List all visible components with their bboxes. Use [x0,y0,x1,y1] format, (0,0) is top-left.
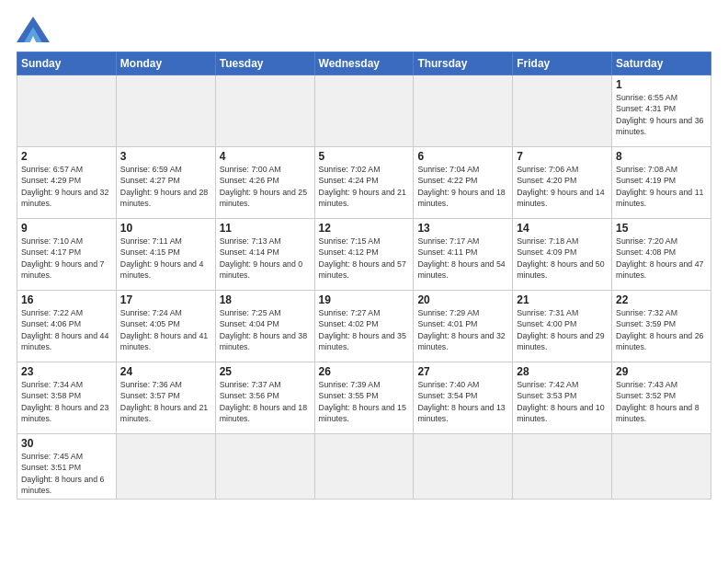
day-info: Sunrise: 7:24 AM Sunset: 4:05 PM Dayligh… [120,307,211,352]
generalblue-logo-icon [17,17,50,42]
header [17,17,711,42]
day-number: 19 [319,293,410,306]
calendar-day-cell: 21Sunrise: 7:31 AM Sunset: 4:00 PM Dayli… [513,291,612,362]
calendar-day-cell [513,434,612,500]
day-info: Sunrise: 7:15 AM Sunset: 4:12 PM Dayligh… [319,236,410,281]
day-number: 1 [616,78,707,91]
day-number: 23 [21,365,112,378]
day-number: 20 [417,293,508,306]
calendar-day-cell: 11Sunrise: 7:13 AM Sunset: 4:14 PM Dayli… [215,219,314,291]
calendar-day-cell: 16Sunrise: 7:22 AM Sunset: 4:06 PM Dayli… [17,291,117,362]
calendar-day-cell: 26Sunrise: 7:39 AM Sunset: 3:55 PM Dayli… [314,362,414,434]
calendar-day-cell [314,434,414,500]
day-info: Sunrise: 7:00 AM Sunset: 4:26 PM Dayligh… [220,164,311,209]
day-number: 8 [616,150,707,163]
calendar-header-wednesday: Wednesday [314,52,414,75]
day-info: Sunrise: 7:32 AM Sunset: 3:59 PM Dayligh… [616,307,707,352]
calendar-week-row: 9Sunrise: 7:10 AM Sunset: 4:17 PM Daylig… [17,219,711,291]
calendar-day-cell: 12Sunrise: 7:15 AM Sunset: 4:12 PM Dayli… [314,219,414,291]
day-number: 4 [220,150,311,163]
calendar-week-row: 2Sunrise: 6:57 AM Sunset: 4:29 PM Daylig… [17,147,711,219]
day-number: 27 [417,365,508,378]
day-number: 16 [21,293,112,306]
day-info: Sunrise: 7:42 AM Sunset: 3:53 PM Dayligh… [517,379,608,424]
day-number: 17 [120,293,211,306]
day-number: 12 [319,222,410,235]
day-info: Sunrise: 7:39 AM Sunset: 3:55 PM Dayligh… [319,379,410,424]
day-info: Sunrise: 7:04 AM Sunset: 4:22 PM Dayligh… [417,164,508,209]
calendar-day-cell: 7Sunrise: 7:06 AM Sunset: 4:20 PM Daylig… [513,147,612,219]
calendar-header-sunday: Sunday [17,52,117,75]
day-info: Sunrise: 7:37 AM Sunset: 3:56 PM Dayligh… [220,379,311,424]
calendar-day-cell: 15Sunrise: 7:20 AM Sunset: 4:08 PM Dayli… [612,219,711,291]
day-number: 10 [120,222,211,235]
calendar-day-cell [414,434,513,500]
calendar-week-row: 1Sunrise: 6:55 AM Sunset: 4:31 PM Daylig… [17,75,711,147]
calendar-day-cell [612,434,711,500]
calendar-day-cell [116,75,215,147]
day-info: Sunrise: 7:36 AM Sunset: 3:57 PM Dayligh… [120,379,211,424]
calendar-header-row: SundayMondayTuesdayWednesdayThursdayFrid… [17,52,711,75]
calendar-day-cell [215,434,314,500]
day-info: Sunrise: 6:57 AM Sunset: 4:29 PM Dayligh… [21,164,112,209]
calendar-header-monday: Monday [116,52,215,75]
day-info: Sunrise: 7:27 AM Sunset: 4:02 PM Dayligh… [319,307,410,352]
calendar-day-cell: 4Sunrise: 7:00 AM Sunset: 4:26 PM Daylig… [215,147,314,219]
day-number: 7 [517,150,608,163]
calendar-day-cell [215,75,314,147]
calendar-day-cell: 10Sunrise: 7:11 AM Sunset: 4:15 PM Dayli… [116,219,215,291]
day-info: Sunrise: 7:31 AM Sunset: 4:00 PM Dayligh… [517,307,608,352]
calendar-day-cell: 5Sunrise: 7:02 AM Sunset: 4:24 PM Daylig… [314,147,414,219]
day-info: Sunrise: 7:34 AM Sunset: 3:58 PM Dayligh… [21,379,112,424]
day-number: 29 [616,365,707,378]
day-number: 24 [120,365,211,378]
calendar-header-thursday: Thursday [414,52,513,75]
day-info: Sunrise: 7:20 AM Sunset: 4:08 PM Dayligh… [616,236,707,281]
calendar-day-cell: 14Sunrise: 7:18 AM Sunset: 4:09 PM Dayli… [513,219,612,291]
calendar-day-cell [414,75,513,147]
calendar-week-row: 23Sunrise: 7:34 AM Sunset: 3:58 PM Dayli… [17,362,711,434]
day-info: Sunrise: 7:06 AM Sunset: 4:20 PM Dayligh… [517,164,608,209]
day-info: Sunrise: 7:40 AM Sunset: 3:54 PM Dayligh… [417,379,508,424]
calendar-day-cell: 29Sunrise: 7:43 AM Sunset: 3:52 PM Dayli… [612,362,711,434]
day-number: 9 [21,222,112,235]
calendar-day-cell: 19Sunrise: 7:27 AM Sunset: 4:02 PM Dayli… [314,291,414,362]
calendar-day-cell: 20Sunrise: 7:29 AM Sunset: 4:01 PM Dayli… [414,291,513,362]
day-info: Sunrise: 7:45 AM Sunset: 3:51 PM Dayligh… [21,451,112,496]
day-number: 30 [21,437,112,450]
calendar-day-cell: 17Sunrise: 7:24 AM Sunset: 4:05 PM Dayli… [116,291,215,362]
calendar-day-cell: 9Sunrise: 7:10 AM Sunset: 4:17 PM Daylig… [17,219,117,291]
calendar-day-cell: 8Sunrise: 7:08 AM Sunset: 4:19 PM Daylig… [612,147,711,219]
day-info: Sunrise: 7:18 AM Sunset: 4:09 PM Dayligh… [517,236,608,281]
day-info: Sunrise: 6:55 AM Sunset: 4:31 PM Dayligh… [616,92,707,137]
calendar-day-cell: 28Sunrise: 7:42 AM Sunset: 3:53 PM Dayli… [513,362,612,434]
calendar-header-tuesday: Tuesday [215,52,314,75]
calendar-week-row: 16Sunrise: 7:22 AM Sunset: 4:06 PM Dayli… [17,291,711,362]
calendar-day-cell: 23Sunrise: 7:34 AM Sunset: 3:58 PM Dayli… [17,362,117,434]
page: SundayMondayTuesdayWednesdayThursdayFrid… [0,0,728,563]
day-number: 22 [616,293,707,306]
day-info: Sunrise: 7:08 AM Sunset: 4:19 PM Dayligh… [616,164,707,209]
day-number: 25 [220,365,311,378]
day-info: Sunrise: 7:02 AM Sunset: 4:24 PM Dayligh… [319,164,410,209]
day-number: 11 [220,222,311,235]
calendar-day-cell: 25Sunrise: 7:37 AM Sunset: 3:56 PM Dayli… [215,362,314,434]
calendar-header-friday: Friday [513,52,612,75]
day-number: 3 [120,150,211,163]
day-number: 13 [417,222,508,235]
day-info: Sunrise: 7:43 AM Sunset: 3:52 PM Dayligh… [616,379,707,424]
calendar-day-cell: 2Sunrise: 6:57 AM Sunset: 4:29 PM Daylig… [17,147,117,219]
day-info: Sunrise: 7:13 AM Sunset: 4:14 PM Dayligh… [220,236,311,281]
calendar: SundayMondayTuesdayWednesdayThursdayFrid… [17,52,711,500]
logo [17,17,53,42]
day-number: 5 [319,150,410,163]
calendar-day-cell [513,75,612,147]
day-info: Sunrise: 6:59 AM Sunset: 4:27 PM Dayligh… [120,164,211,209]
day-info: Sunrise: 7:25 AM Sunset: 4:04 PM Dayligh… [220,307,311,352]
day-number: 14 [517,222,608,235]
day-number: 21 [517,293,608,306]
day-number: 6 [417,150,508,163]
day-info: Sunrise: 7:17 AM Sunset: 4:11 PM Dayligh… [417,236,508,281]
calendar-day-cell [17,75,117,147]
calendar-day-cell [116,434,215,500]
